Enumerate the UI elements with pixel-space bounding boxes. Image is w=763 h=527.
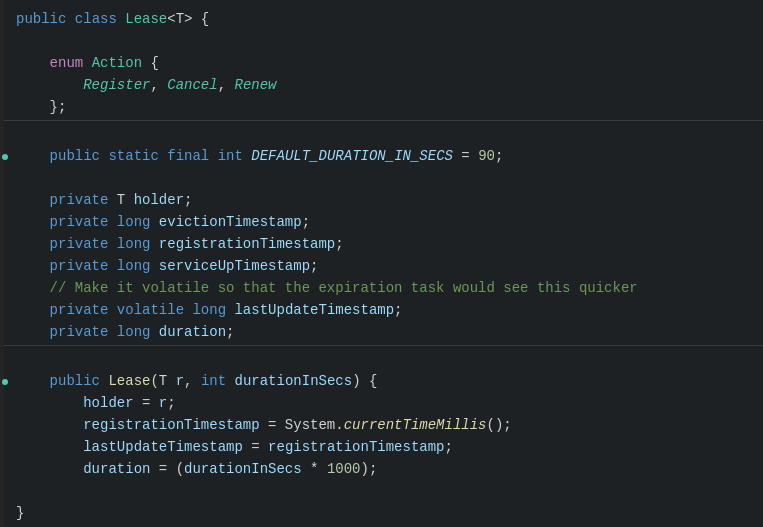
code-token: = [243, 439, 268, 455]
code-token: ; [445, 439, 453, 455]
code-token: long [117, 214, 151, 230]
code-token: int [218, 148, 243, 164]
code-token: Register [83, 77, 150, 93]
code-token: duration [83, 461, 150, 477]
code-token [150, 324, 158, 340]
code-token: Action [92, 55, 142, 71]
code-token: // Make it volatile so that the expirati… [50, 280, 638, 296]
code-token [150, 258, 158, 274]
code-token: public [16, 11, 66, 27]
line-text: // Make it volatile so that the expirati… [8, 277, 755, 299]
code-token: registrationTimestamp [83, 417, 259, 433]
line-text: holder = r; [8, 392, 755, 414]
code-line: registrationTimestamp = System.currentTi… [0, 414, 763, 436]
code-token: long [117, 258, 151, 274]
code-token: private [50, 302, 109, 318]
code-line [0, 348, 763, 370]
code-line: }; [0, 96, 763, 118]
code-token [150, 236, 158, 252]
line-gutter [0, 379, 8, 385]
code-token: registrationTimestamp [159, 236, 335, 252]
code-token: final [167, 148, 209, 164]
line-text: private long evictionTimestamp; [8, 211, 755, 233]
code-line: Register, Cancel, Renew [0, 74, 763, 96]
code-token: volatile [117, 302, 184, 318]
line-text: registrationTimestamp = System.currentTi… [8, 414, 755, 436]
code-token: durationInSecs [184, 461, 302, 477]
code-token: }; [50, 99, 67, 115]
code-line: private long serviceUpTimestamp; [0, 255, 763, 277]
code-token: <T> { [167, 11, 209, 27]
line-text: }; [8, 96, 755, 118]
code-token: ; [335, 236, 343, 252]
code-token: duration [159, 324, 226, 340]
code-token: ); [361, 461, 378, 477]
code-token [66, 11, 74, 27]
code-token: private [50, 236, 109, 252]
code-token: int [201, 373, 226, 389]
code-token: serviceUpTimestamp [159, 258, 310, 274]
line-gutter [0, 154, 8, 160]
code-token: private [50, 258, 109, 274]
code-token: } [16, 505, 24, 521]
code-token: durationInSecs [235, 373, 353, 389]
code-token: private [50, 214, 109, 230]
line-text: Register, Cancel, Renew [8, 74, 755, 96]
line-text: public class Lease<T> { [8, 8, 755, 30]
code-line [0, 480, 763, 502]
code-token [159, 148, 167, 164]
code-token: 90 [478, 148, 495, 164]
code-token: registrationTimestamp [268, 439, 444, 455]
code-token [108, 302, 116, 318]
code-token: lastUpdateTimestamp [234, 302, 394, 318]
code-line: public static final int DEFAULT_DURATION… [0, 145, 763, 167]
code-token: ; [394, 302, 402, 318]
code-token: ; [184, 192, 192, 208]
code-token [209, 148, 217, 164]
code-token: Renew [234, 77, 276, 93]
line-text: lastUpdateTimestamp = registrationTimest… [8, 436, 755, 458]
code-token: T [108, 192, 133, 208]
line-text: private long registrationTimestamp; [8, 233, 755, 255]
code-line: private T holder; [0, 189, 763, 211]
code-token [117, 11, 125, 27]
code-line: duration = (durationInSecs * 1000); [0, 458, 763, 480]
line-text: private T holder; [8, 189, 755, 211]
code-token: r [159, 395, 167, 411]
code-token [108, 258, 116, 274]
code-token: lastUpdateTimestamp [83, 439, 243, 455]
code-editor: public class Lease<T> { enum Action { Re… [0, 0, 763, 527]
line-text: duration = (durationInSecs * 1000); [8, 458, 755, 480]
code-token: = [134, 395, 159, 411]
code-line: public Lease(T r, int durationInSecs) { [0, 370, 763, 392]
code-token: long [192, 302, 226, 318]
code-line: private long duration; [0, 321, 763, 343]
code-line: lastUpdateTimestamp = registrationTimest… [0, 436, 763, 458]
code-token: , [150, 77, 167, 93]
code-token: , [218, 77, 235, 93]
code-token: (); [487, 417, 512, 433]
code-token: class [75, 11, 117, 27]
line-text: public Lease(T r, int durationInSecs) { [8, 370, 755, 392]
code-token: holder [83, 395, 133, 411]
line-text: private volatile long lastUpdateTimestam… [8, 299, 755, 321]
code-line [0, 123, 763, 145]
code-token: ; [302, 214, 310, 230]
code-token: Lease [125, 11, 167, 27]
code-line [0, 167, 763, 189]
code-token: evictionTimestamp [159, 214, 302, 230]
line-text: private long serviceUpTimestamp; [8, 255, 755, 277]
code-line: holder = r; [0, 392, 763, 414]
code-token: Lease [108, 373, 150, 389]
code-line: } [0, 502, 763, 524]
line-separator [0, 345, 763, 346]
code-token: (T [150, 373, 175, 389]
code-token: public [50, 373, 100, 389]
code-token: = [453, 148, 478, 164]
code-token: holder [134, 192, 184, 208]
code-token: ; [495, 148, 503, 164]
code-token: r [176, 373, 184, 389]
code-token: static [108, 148, 158, 164]
code-token: , [184, 373, 201, 389]
line-text: } [8, 502, 755, 524]
